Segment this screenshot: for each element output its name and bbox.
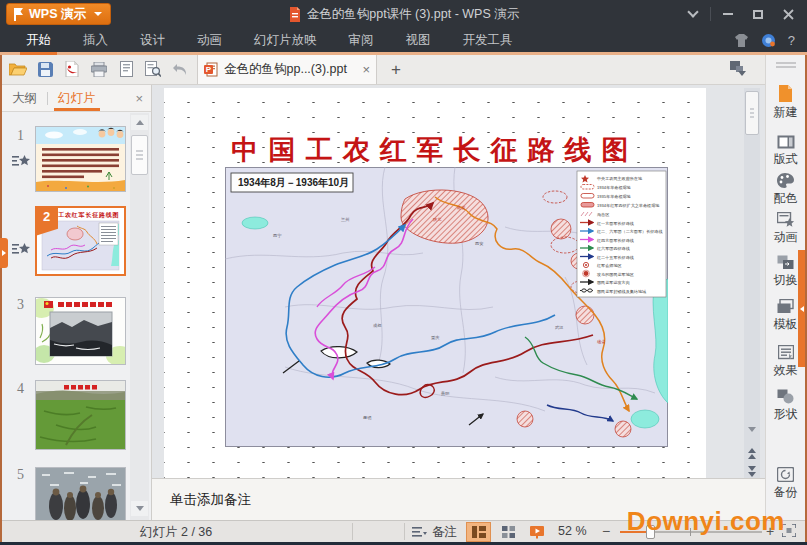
window-border xyxy=(0,55,2,542)
notes-pane[interactable]: 单击添加备注 xyxy=(152,478,765,520)
document-tab[interactable]: P 金色的鱼钩pp...(3).ppt × xyxy=(197,55,377,84)
slide-sorter-view-button[interactable] xyxy=(496,522,521,542)
animation-icon xyxy=(777,212,795,227)
save-button[interactable] xyxy=(35,58,55,80)
slide-thumbnail-2-selected[interactable]: 2 中国工农红军长征路线图 xyxy=(35,206,126,276)
notes-placeholder[interactable]: 单击添加备注 xyxy=(170,491,251,509)
tab-review[interactable]: 审阅 xyxy=(333,28,390,52)
workspace-switch-button[interactable] xyxy=(728,61,748,81)
play-slideshow-icon xyxy=(530,526,544,539)
minimize-icon xyxy=(723,13,733,15)
scroll-down-button[interactable] xyxy=(131,501,148,516)
ppt-file-icon: P xyxy=(204,62,218,77)
legend-label: 红二十五军长征路线 xyxy=(597,255,634,260)
notes-toggle-button[interactable]: 备注 xyxy=(412,524,457,541)
wps-app-button[interactable]: WPS 演示 xyxy=(6,3,111,25)
tab-insert[interactable]: 插入 xyxy=(67,28,124,52)
slide-5-preview xyxy=(36,468,125,520)
normal-view-button[interactable] xyxy=(466,522,491,542)
long-march-map[interactable]: 西宁 兰州 延安 西安 成都 重庆 贵阳 昆明 武汉 南京 瑞金 陕北 1934… xyxy=(225,167,668,447)
find-preview-button[interactable] xyxy=(143,58,163,80)
window-title: 金色的鱼钩ppt课件 (3).ppt - WPS 演示 xyxy=(307,6,520,23)
slideshow-button[interactable] xyxy=(524,522,549,542)
sidebar-item-layout[interactable]: 版式 xyxy=(766,135,805,168)
sidebar-drag-handle[interactable] xyxy=(776,62,796,68)
zoom-level: 52 % xyxy=(558,524,587,538)
sidebar-item-shapes[interactable]: 形状 xyxy=(766,389,805,423)
tab-animation[interactable]: 动画 xyxy=(181,28,238,52)
map-label: 武汉 xyxy=(555,325,564,330)
map-label: 重庆 xyxy=(431,335,440,340)
help-button[interactable]: ? xyxy=(788,33,797,48)
maximize-button[interactable] xyxy=(743,3,773,25)
left-pane-handle[interactable] xyxy=(0,238,8,268)
skin-theme-icon[interactable] xyxy=(734,34,749,47)
legend-label: 红军会师地区 xyxy=(597,263,622,268)
document-icon xyxy=(288,7,301,22)
update-sphere-icon[interactable] xyxy=(761,33,776,48)
legend-label: 红二、六军团（二方面军）长征路线 xyxy=(597,229,663,234)
slide-title[interactable]: 中国工农红军长征路线图 xyxy=(164,132,706,168)
canvas-scrollbar[interactable] xyxy=(744,88,760,478)
slide-thumbnail-1[interactable] xyxy=(35,126,126,192)
collapse-ribbon-button[interactable] xyxy=(678,3,708,25)
quick-access-toolbar: P 金色的鱼钩pp...(3).ppt × + xyxy=(2,55,765,85)
slide-editor-area: 中国工农红军长征路线图 xyxy=(152,85,765,520)
sidebar-item-backup[interactable]: 备份 xyxy=(766,467,805,501)
zoom-out-button[interactable]: − xyxy=(602,523,610,539)
slide-5-number: 5 xyxy=(17,467,24,483)
map-label: 兰州 xyxy=(341,217,349,222)
export-pdf-button[interactable] xyxy=(62,58,82,80)
workspace-panels-icon xyxy=(728,61,748,77)
zoom-in-button[interactable]: + xyxy=(766,523,774,539)
map-label: 瑞金 xyxy=(597,339,606,344)
tab-outline[interactable]: 大纲 xyxy=(2,85,47,111)
canvas-scrollbar-thumb[interactable] xyxy=(745,91,759,135)
tab-view[interactable]: 视图 xyxy=(390,28,447,52)
zoom-slider[interactable] xyxy=(620,531,762,533)
grip-icon xyxy=(136,150,143,160)
sidebar-item-label: 版式 xyxy=(774,151,798,168)
sidebar-item-label: 配色 xyxy=(774,190,798,207)
new-tab-button[interactable]: + xyxy=(385,59,407,81)
scroll-up-button[interactable] xyxy=(131,115,148,130)
fit-to-window-button[interactable] xyxy=(782,524,796,540)
taskpane-collapse-handle[interactable] xyxy=(798,250,805,367)
slide-thumbnail-4[interactable] xyxy=(35,380,126,450)
tab-home[interactable]: 开始 xyxy=(10,28,67,52)
print-preview-button[interactable] xyxy=(116,58,136,80)
print-button[interactable] xyxy=(89,58,109,80)
scroll-down-button[interactable] xyxy=(745,422,759,436)
slide-thumbnail-3[interactable] xyxy=(35,297,126,365)
previous-slide-button[interactable] xyxy=(745,446,759,460)
zoom-slider-thumb[interactable] xyxy=(646,525,655,539)
slide-canvas[interactable]: 中国工农红军长征路线图 xyxy=(164,88,706,478)
undo-arrow-icon xyxy=(172,63,189,76)
map-label: 西宁 xyxy=(273,233,282,238)
tab-slideshow[interactable]: 幻灯片放映 xyxy=(238,28,333,52)
sidebar-item-new[interactable]: 新建 xyxy=(766,85,805,121)
save-floppy-icon xyxy=(38,62,53,77)
sidebar-item-label: 动画 xyxy=(774,229,798,246)
undo-button[interactable] xyxy=(170,58,190,80)
arrow-up-icon xyxy=(136,120,144,125)
slide-thumbnail-5[interactable] xyxy=(35,467,126,520)
tab-slides[interactable]: 幻灯片 xyxy=(48,85,106,111)
map-label: 延安 xyxy=(456,205,465,210)
close-panel-button[interactable]: × xyxy=(135,91,143,106)
minimize-button[interactable] xyxy=(713,3,743,25)
sidebar-item-label: 效果 xyxy=(774,362,798,379)
map-label: 成都 xyxy=(373,323,381,328)
close-button[interactable] xyxy=(773,3,803,25)
tab-developer[interactable]: 开发工具 xyxy=(447,28,529,52)
tab-design[interactable]: 设计 xyxy=(124,28,181,52)
next-slide-button[interactable] xyxy=(745,464,759,478)
ribbon-tab-bar: 开始 插入 设计 动画 幻灯片放映 审阅 视图 开发工具 ? xyxy=(0,28,807,55)
scrollbar-thumb[interactable] xyxy=(131,135,148,175)
sidebar-item-colors[interactable]: 配色 xyxy=(766,173,805,207)
shapes-icon xyxy=(777,389,794,404)
slides-panel-scrollbar[interactable] xyxy=(130,113,149,520)
sidebar-item-animation[interactable]: 动画 xyxy=(766,212,805,246)
open-file-button[interactable] xyxy=(8,58,28,80)
close-document-button[interactable]: × xyxy=(362,62,370,77)
